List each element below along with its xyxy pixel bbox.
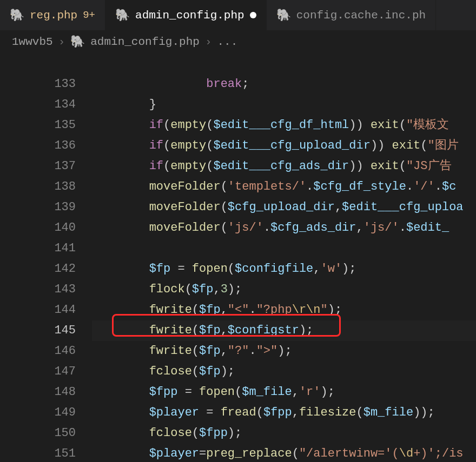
line-number: 147: [0, 361, 76, 382]
code-line[interactable]: $fpp = fopen($m_file,'r');: [92, 382, 476, 403]
line-number: 149: [0, 403, 76, 423]
tab-label: config.cache.inc.ph: [296, 9, 426, 22]
chevron-right-icon: ›: [58, 36, 65, 48]
breadcrumb: 1wwvb5 › 🐘 admin_config.php › ...: [0, 30, 476, 53]
tab-bar: 🐘 reg.php 9+ 🐘 admin_config.php 🐘 config…: [0, 0, 476, 30]
line-number: [0, 53, 76, 74]
code-line[interactable]: fwrite($fp,$configstr);: [92, 320, 476, 341]
line-number: 138: [0, 177, 76, 197]
line-number: 146: [0, 341, 76, 361]
code-line[interactable]: moveFolder('js/'.$cfg_ads_dir,'js/'.$edi…: [92, 218, 476, 238]
code-line[interactable]: if(empty($edit___cfg_upload_dir)) exit("…: [92, 136, 476, 156]
code-line[interactable]: fwrite($fp,"<"."?php\r\n");: [92, 300, 476, 320]
chevron-right-icon: ›: [205, 36, 212, 48]
line-number: 135: [0, 115, 76, 136]
code-line[interactable]: if(empty($edit___cfg_ads_dir)) exit("JS广…: [92, 156, 476, 177]
tab-badge: 9+: [83, 9, 95, 21]
code-line[interactable]: $player=preg_replace("/alertwinw='(\d+)'…: [92, 444, 476, 462]
line-number: 142: [0, 259, 76, 279]
line-number: 148: [0, 382, 76, 403]
modified-dot-icon: [250, 12, 256, 18]
breadcrumb-file[interactable]: admin_config.php: [90, 36, 200, 48]
line-number: 140: [0, 218, 76, 238]
tab-label: admin_config.php: [135, 9, 244, 22]
php-icon: 🐘: [276, 8, 291, 23]
code-line[interactable]: [92, 238, 476, 259]
code-line[interactable]: fclose($fp);: [92, 361, 476, 382]
line-number: 144: [0, 300, 76, 320]
line-number: 150: [0, 423, 76, 444]
code-line[interactable]: moveFolder($cfg_upload_dir,$edit___cfg_u…: [92, 197, 476, 218]
code-area[interactable]: break; } if(empty($edit___cfg_df_html)) …: [92, 53, 476, 462]
line-number: 136: [0, 136, 76, 156]
line-number: 145: [0, 320, 76, 341]
line-number: 141: [0, 238, 76, 259]
line-number: 133: [0, 74, 76, 95]
php-icon: 🐘: [10, 8, 24, 23]
code-line[interactable]: break;: [92, 74, 476, 95]
code-line[interactable]: fclose($fpp);: [92, 423, 476, 444]
code-line[interactable]: fwrite($fp,"?".">");: [92, 341, 476, 361]
line-number-gutter: 1331341351361371381391401411421431441451…: [0, 53, 92, 462]
code-line[interactable]: [92, 53, 476, 74]
tab-reg-php[interactable]: 🐘 reg.php 9+: [0, 0, 105, 30]
code-line[interactable]: moveFolder('templets/'.$cfg_df_style.'/'…: [92, 177, 476, 197]
php-icon: 🐘: [115, 8, 130, 23]
code-line[interactable]: flock($fp,3);: [92, 279, 476, 300]
code-line[interactable]: $player = fread($fpp,filesize($m_file));: [92, 403, 476, 423]
tab-admin-config-php[interactable]: 🐘 admin_config.php: [105, 0, 267, 30]
line-number: 139: [0, 197, 76, 218]
code-line[interactable]: }: [92, 95, 476, 115]
code-editor[interactable]: 1331341351361371381391401411421431441451…: [0, 53, 476, 462]
php-icon: 🐘: [70, 35, 85, 49]
tab-label: reg.php: [30, 9, 77, 22]
code-line[interactable]: if(empty($edit___cfg_df_html)) exit("模板文: [92, 115, 476, 136]
breadcrumb-trailing[interactable]: ...: [217, 36, 237, 48]
line-number: 151: [0, 444, 76, 462]
breadcrumb-folder[interactable]: 1wwvb5: [12, 36, 53, 48]
code-line[interactable]: $fp = fopen($configfile,'w');: [92, 259, 476, 279]
tab-config-cache-inc-php[interactable]: 🐘 config.cache.inc.ph: [267, 0, 436, 30]
line-number: 143: [0, 279, 76, 300]
line-number: 134: [0, 95, 76, 115]
line-number: 137: [0, 156, 76, 177]
